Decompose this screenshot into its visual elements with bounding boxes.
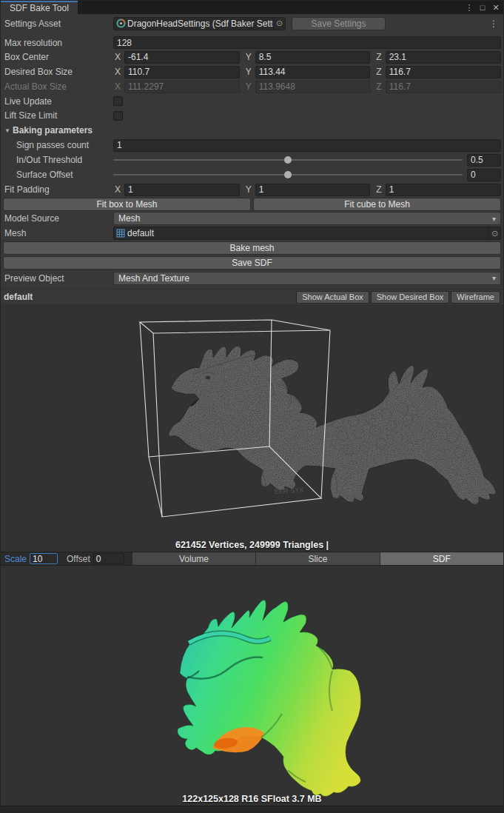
settings-asset-icon: [116, 19, 126, 28]
slider-knob[interactable]: [284, 156, 292, 164]
sign-passes-count-input[interactable]: 1: [113, 139, 501, 152]
chevron-down-icon: ▾: [492, 215, 496, 223]
window-bottom-edge: [1, 806, 503, 813]
sign-passes-count-label: Sign passes count: [3, 140, 113, 150]
chevron-down-icon: ▾: [492, 274, 496, 282]
sdf-preview-viewport[interactable]: 122x125x128 R16 SFloat 3.7 MB: [1, 566, 503, 806]
box-center-y-input[interactable]: 8.5: [255, 51, 371, 64]
z-axis-label: Z: [374, 81, 385, 92]
max-resolution-label: Max resolution: [3, 38, 113, 48]
z-axis-label[interactable]: Z: [374, 52, 385, 62]
x-axis-label[interactable]: X: [113, 67, 124, 77]
in-out-threshold-input[interactable]: 0.5: [467, 154, 501, 167]
save-settings-button[interactable]: Save Settings: [292, 17, 386, 30]
box-center-label: Box Center: [3, 52, 113, 62]
close-icon[interactable]: ✕: [490, 1, 502, 13]
preview-object-name: default: [4, 292, 295, 302]
fit-padding-label: Fit Padding: [3, 184, 113, 195]
desired-box-size-label: Desired Box Size: [3, 67, 113, 77]
live-update-checkbox[interactable]: [113, 96, 123, 106]
maximize-icon[interactable]: □: [477, 1, 488, 13]
z-axis-label[interactable]: Z: [374, 184, 385, 195]
preview-object-label: Preview Object: [3, 273, 113, 284]
show-actual-box-button[interactable]: Show Actual Box: [296, 291, 369, 304]
dragon-sdf-render: [1, 566, 503, 806]
sdf-preview-toolbar: Scale 10 Offset 0 Volume Slice SDF: [1, 552, 503, 566]
window-menu-icon[interactable]: ⋮: [463, 1, 475, 13]
actual-box-size-z-value: 116.7: [386, 81, 501, 93]
mesh-label: Mesh: [3, 228, 113, 238]
box-center-x-input[interactable]: -61.4: [124, 51, 240, 64]
model-engraving: EER·SYX: [274, 486, 303, 495]
fit-padding-z-input[interactable]: 1: [386, 184, 501, 196]
y-axis-label[interactable]: Y: [244, 67, 255, 77]
model-source-dropdown[interactable]: Mesh ▾: [113, 212, 501, 225]
lift-size-limit-checkbox[interactable]: [113, 111, 123, 121]
panel-menu-icon[interactable]: ⋮: [486, 19, 501, 29]
settings-asset-field[interactable]: DragonHeadSettings (Sdf Baker Settir ⊙: [113, 17, 286, 30]
y-axis-label: Y: [244, 81, 255, 92]
in-out-threshold-slider[interactable]: [113, 153, 463, 167]
mesh-stats: 621452 Vertices, 249999 Triangles |: [1, 540, 503, 550]
z-axis-label[interactable]: Z: [374, 67, 385, 77]
y-axis-label[interactable]: Y: [244, 184, 255, 195]
fit-box-to-mesh-button[interactable]: Fit box to Mesh: [3, 198, 251, 211]
show-desired-box-button[interactable]: Show Desired Box: [371, 291, 450, 304]
settings-asset-value: DragonHeadSettings (Sdf Baker Settir: [127, 19, 273, 29]
in-out-threshold-label: In/Out Threshold: [3, 155, 113, 165]
tab-sdf-bake-tool[interactable]: SDF Bake Tool: [1, 1, 78, 14]
offset-label[interactable]: Offset: [58, 554, 93, 564]
slider-knob[interactable]: [284, 171, 292, 178]
mesh-object-field[interactable]: default ⊙: [113, 227, 501, 240]
desired-box-size-z-input[interactable]: 116.7: [386, 66, 501, 78]
foldout-arrow-icon: ▼: [3, 127, 13, 134]
x-axis-label[interactable]: X: [113, 184, 124, 195]
tab-slice[interactable]: Slice: [255, 552, 379, 565]
window-controls: ⋮ □ ✕: [463, 1, 502, 14]
settings-asset-label: Settings Asset: [3, 19, 113, 29]
lift-size-limit-label: Lift Size Limit: [3, 110, 113, 121]
bake-mesh-button[interactable]: Bake mesh: [3, 241, 501, 255]
dragon-mesh-render: EER·SYX: [1, 304, 503, 552]
scale-label[interactable]: Scale: [1, 554, 30, 564]
sdf-stats: 122x125x128 R16 SFloat 3.7 MB: [1, 794, 503, 804]
surface-offset-slider[interactable]: [113, 167, 463, 182]
fit-padding-y-input[interactable]: 1: [255, 184, 371, 196]
actual-box-size-label: Actual Box Size: [3, 81, 113, 92]
tab-bar: SDF Bake Tool ⋮ □ ✕: [1, 1, 503, 14]
wireframe-button[interactable]: Wireframe: [451, 291, 500, 304]
mesh-icon: [116, 229, 125, 238]
object-picker-icon[interactable]: ⊙: [273, 18, 285, 30]
max-resolution-input[interactable]: 128: [113, 36, 501, 49]
tab-sdf[interactable]: SDF: [380, 552, 503, 565]
box-center-z-input[interactable]: 23.1: [386, 51, 501, 64]
fit-cube-to-mesh-button[interactable]: Fit cube to Mesh: [253, 198, 501, 211]
tab-volume[interactable]: Volume: [132, 552, 255, 565]
live-update-label: Live Update: [3, 96, 113, 107]
surface-offset-input[interactable]: 0: [467, 169, 501, 181]
actual-box-size-x-value: 111.2297: [124, 81, 240, 93]
model-source-label: Model Source: [3, 213, 113, 224]
preview-object-dropdown[interactable]: Mesh And Texture ▾: [113, 272, 501, 285]
desired-box-size-x-input[interactable]: 110.7: [124, 66, 240, 78]
sdf-bake-tool-window: SDF Bake Tool ⋮ □ ✕ Settings Asset Drago…: [0, 0, 504, 813]
mesh-preview-viewport[interactable]: EER·SYX 621452 Vertices, 249999 Triangle…: [1, 304, 503, 552]
desired-box-size-y-input[interactable]: 113.44: [255, 66, 371, 78]
x-axis-label[interactable]: X: [113, 52, 124, 62]
save-sdf-button[interactable]: Save SDF: [3, 256, 501, 270]
object-picker-icon[interactable]: ⊙: [488, 227, 500, 239]
x-axis-label: X: [113, 81, 124, 92]
y-axis-label[interactable]: Y: [244, 52, 255, 62]
surface-offset-label: Surface Offset: [3, 170, 113, 180]
baking-parameters-foldout[interactable]: ▼ Baking parameters: [3, 123, 501, 138]
actual-box-size-y-value: 113.9648: [255, 81, 371, 93]
scale-input[interactable]: 10: [30, 553, 58, 564]
fit-padding-x-input[interactable]: 1: [124, 184, 240, 196]
preview-toolbar: default Show Actual Box Show Desired Box…: [1, 289, 503, 304]
offset-input[interactable]: 0: [93, 553, 124, 564]
tab-title: SDF Bake Tool: [10, 3, 69, 13]
mesh-value: default: [127, 228, 488, 238]
baking-parameters-label: Baking parameters: [13, 125, 93, 136]
sdf-view-tabs: Volume Slice SDF: [132, 552, 503, 565]
